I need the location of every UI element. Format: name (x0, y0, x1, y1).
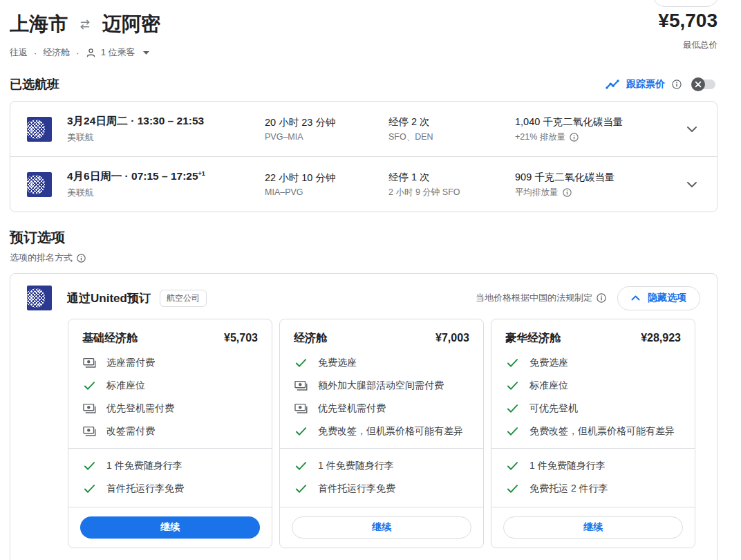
local-price-note: 当地价格根据中国的法规制定 (476, 292, 606, 304)
feature-text: 标准座位 (106, 380, 145, 392)
flight-stops: 经停 1 次 (388, 171, 515, 184)
check-icon (505, 381, 519, 391)
toggle-knob (691, 77, 705, 91)
track-price-label: 跟踪票价 (626, 78, 665, 91)
destination-city: 迈阿密 (102, 11, 160, 37)
flight-emissions: 909 千克二氧化碳当量 (515, 171, 678, 184)
local-price-note-text: 当地价格根据中国的法规制定 (476, 292, 592, 304)
feature-text: 优先登机需付费 (318, 402, 386, 415)
check-icon (294, 358, 308, 368)
feature-text: 可优先登机 (529, 402, 578, 415)
baggage-text: 1 件免费随身行李 (318, 460, 394, 472)
feature-row: 免费选座 (505, 351, 682, 374)
feature-row: 优先登机需付费 (294, 397, 471, 420)
feature-text: 免费改签，但机票价格可能有差异 (529, 425, 675, 438)
passenger-icon (86, 48, 96, 58)
info-icon[interactable] (597, 293, 606, 303)
baggage-text: 首件托运行李免费 (318, 483, 395, 495)
hide-options-button[interactable]: 隐藏选项 (617, 286, 700, 310)
stops-detail: SFO、DEN (388, 131, 515, 143)
feature-row: 免费改签，但机票价格可能有差异 (294, 420, 471, 442)
continue-button[interactable]: 继续 (292, 516, 471, 539)
money-icon (294, 403, 308, 414)
money-icon (82, 403, 96, 414)
trip-summary: 往返 · 经济舱 · 1 位乘客 (10, 46, 717, 59)
check-icon (505, 484, 519, 494)
flight-duration: 20 小时 23 分钟 (265, 116, 388, 129)
track-price-control: 跟踪票价 (606, 77, 717, 91)
baggage-text: 1 件免费随身行李 (106, 460, 182, 472)
check-icon (294, 484, 308, 494)
fare-card-premium-economy: 豪华经济舱 ¥28,923 免费选座 标准座位 (491, 319, 695, 548)
fare-card-basic-economy: 基础经济舱 ¥5,703 选座需付费 标准座位 (68, 319, 272, 548)
baggage-row: 免费托运 2 件行李 (505, 477, 682, 500)
cabin-class: 经济舱 (43, 46, 70, 59)
feature-text: 优先登机需付费 (106, 402, 174, 415)
baggage-row: 首件托运行李免费 (82, 477, 259, 500)
track-price-toggle[interactable] (691, 77, 717, 91)
check-icon (294, 427, 308, 436)
trip-type: 往返 (10, 46, 28, 59)
united-airlines-logo (27, 117, 52, 142)
passenger-selector[interactable]: 1 位乘客 (86, 46, 149, 59)
swap-cities-icon[interactable] (78, 19, 92, 30)
flight-duration: 22 小时 10 分钟 (265, 171, 388, 185)
section-title-selected-flights: 已选航班 (10, 76, 59, 93)
check-icon (505, 358, 519, 368)
flight-route: PVG–MIA (265, 132, 388, 142)
info-icon[interactable] (570, 133, 579, 142)
feature-text: 免费改签，但机票价格可能有差异 (318, 425, 463, 438)
flight-stops: 经停 2 次 (388, 115, 515, 129)
price-graph-icon (606, 79, 619, 90)
info-icon[interactable] (672, 80, 682, 89)
money-icon (82, 357, 96, 368)
flight-row-return[interactable]: 4月6日周一 · 07:15 – 17:25+1 美联航 22 小时 10 分钟… (10, 156, 717, 212)
feature-text: 改签需付费 (106, 425, 155, 438)
origin-city: 上海市 (10, 11, 68, 37)
feature-row: 选座需付费 (82, 351, 259, 374)
provider-badge: 航空公司 (160, 290, 207, 307)
check-icon (505, 461, 519, 471)
feature-text: 额外加大腿部活动空间需付费 (318, 380, 444, 392)
fare-name: 经济舱 (294, 331, 327, 346)
feature-row: 免费选座 (294, 351, 471, 374)
info-icon[interactable] (77, 254, 86, 263)
united-airlines-logo (27, 172, 52, 197)
provider-title: 通过United预订 (67, 290, 151, 306)
money-icon (294, 380, 308, 391)
baggage-row: 1 件免费随身行李 (82, 454, 259, 477)
expand-flight-button[interactable] (678, 181, 706, 188)
check-icon (82, 381, 96, 391)
feature-row: 可优先登机 (505, 397, 682, 420)
baggage-row: 1 件免费随身行李 (294, 454, 471, 477)
ranking-note-text: 选项的排名方式 (10, 252, 73, 264)
feature-row: 标准座位 (82, 374, 259, 397)
fare-card-economy: 经济舱 ¥7,003 免费选座 额外加大腿部活动空间需付费 (279, 319, 484, 548)
ranking-note: 选项的排名方式 (10, 252, 717, 264)
chevron-down-icon (686, 181, 697, 188)
x-icon (695, 81, 702, 88)
booking-options-card: 通过United预订 航空公司 当地价格根据中国的法规制定 (10, 273, 717, 560)
hide-options-label: 隐藏选项 (648, 292, 686, 304)
chevron-up-icon (631, 295, 640, 301)
feature-row: 优先登机需付费 (82, 397, 259, 420)
info-icon[interactable] (563, 188, 572, 197)
flight-row-outbound[interactable]: 3月24日周二 · 13:30 – 21:53 美联航 20 小时 23 分钟 … (10, 102, 717, 156)
emissions-note: +21% 排放量 (515, 131, 565, 143)
selected-flights-card: 3月24日周二 · 13:30 – 21:53 美联航 20 小时 23 分钟 … (10, 101, 717, 212)
check-icon (505, 404, 519, 413)
baggage-row: 首件托运行李免费 (294, 477, 471, 500)
flight-datetime: 3月24日周二 · 13:30 – 21:53 (67, 115, 204, 127)
baggage-text: 1 件免费随身行李 (529, 460, 606, 472)
continue-button[interactable]: 继续 (503, 516, 683, 539)
expand-flight-button[interactable] (678, 126, 706, 133)
feature-text: 免费选座 (318, 357, 357, 369)
fare-price: ¥7,003 (435, 332, 469, 344)
flight-emissions: 1,040 千克二氧化碳当量 (515, 115, 678, 129)
continue-button[interactable]: 继续 (80, 516, 260, 539)
money-icon (82, 426, 96, 437)
airline-name: 美联航 (67, 131, 265, 144)
baggage-text: 免费托运 2 件行李 (529, 483, 608, 495)
baggage-text: 首件托运行李免费 (106, 483, 184, 495)
stops-detail: 2 小时 9 分钟 SFO (388, 187, 515, 198)
